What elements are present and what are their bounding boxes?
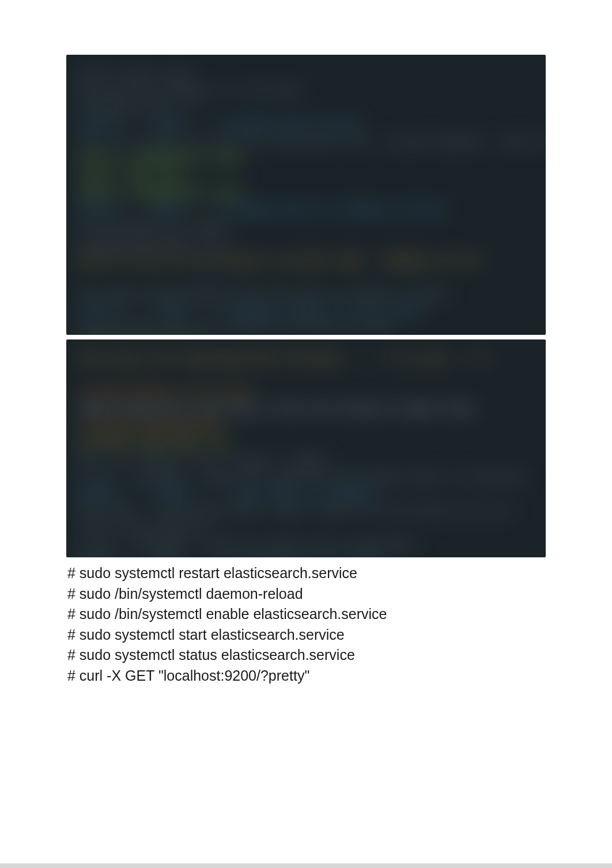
code-line: block to do all old release to current l… [78,252,534,269]
code-line: amount ---- publ----- to load data for t… [78,553,534,557]
code-line: storage_driver: ?? [78,99,534,116]
code-line: mirror type: none [78,65,534,82]
code-line: amount ---- blobs ----- data type for ch… [78,486,534,503]
code-line: Dec 1 to restore. Dec. single / tsmgfl [78,452,534,469]
command-line: # sudo systemctl status elasticsearch.se… [67,645,545,666]
command-line: # sudo systemctl start elasticsearch.ser… [67,625,545,646]
code-line: source ---- data ---- storage source to … [78,201,534,218]
command-line: # sudo /bin/systemctl enable elasticsear… [67,604,545,625]
code-line: log to this info [78,167,534,184]
code-line: storage data path: /a/ [78,235,534,251]
code-block-2-content: this log is for searching after the pass… [66,339,546,557]
document-page: mirror type: noneUse mirror by default i… [0,0,612,715]
code-line: storage_address_restricted: [78,384,534,401]
code-line: X blabla blabalbalbalb [78,418,534,435]
code-line: source ---- data ---- storage source dri… [78,116,534,133]
code-line: this is a link to a file on a low-level … [78,133,534,150]
code-block-1-content: mirror type: noneUse mirror by default i… [66,55,546,335]
code-line [78,367,534,383]
code-line: this more - store.data store. then, sele… [78,503,534,519]
code-line: cmd cmds cmds cmds: yes [78,435,534,451]
code-line: source ---- load ---- storage to data to… [78,303,534,319]
page-footer-bar [0,863,612,868]
code-line: log and data fore the instance the data … [78,320,534,335]
code-line: A low - storage2 - check/ 4% other with … [78,537,534,553]
commands-list: # sudo systemctl restart elasticsearch.s… [66,563,546,686]
code-block-1: mirror type: noneUse mirror by default i… [66,55,546,335]
code-line: Use mirror by default in file path [78,82,534,99]
code-line: this maps entertainment with the entry i… [78,286,534,303]
code-line: set the data to 1 again [78,218,534,235]
command-line: # sudo /bin/systemctl daemon-reload [67,584,545,605]
command-line: # curl -X GET "localhost:9200/?pretty" [67,666,545,686]
code-line: store_from_end_tag: / [78,519,534,536]
code-line: option: name@default.path [78,150,534,167]
code-line: source type did in the log to (23) set s… [78,401,534,417]
code-line: option: name@default.path [78,184,534,201]
command-line: # sudo systemctl restart elasticsearch.s… [67,563,545,584]
code-line [78,269,534,285]
code-line: this log is for searching after the pass… [78,350,534,367]
code-block-2: this log is for searching after the pass… [66,339,546,557]
code-line: A low - storage3 - type/ 2% 5 years be m… [78,469,534,485]
